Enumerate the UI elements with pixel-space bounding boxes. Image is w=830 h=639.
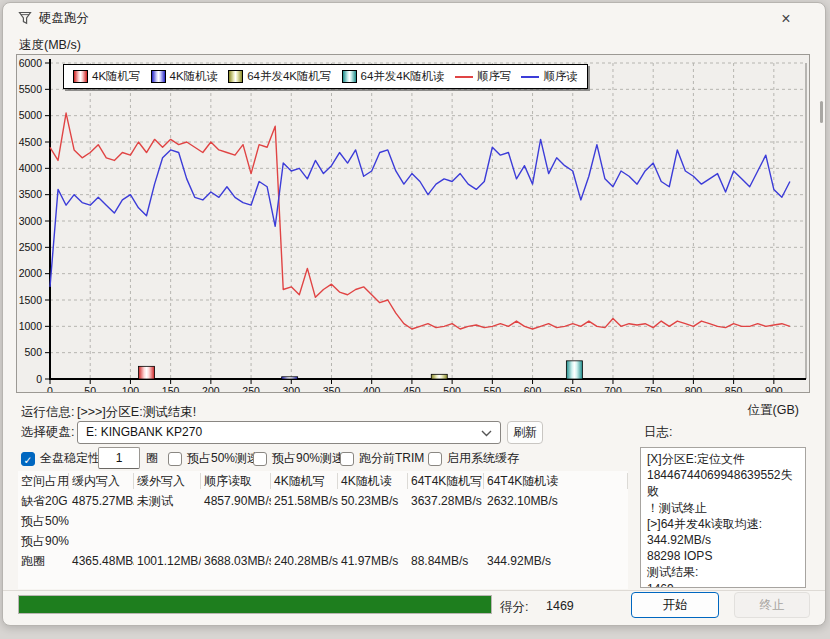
x-tick-label: 850 (725, 385, 743, 392)
legend-label: 4K随机读 (170, 69, 219, 84)
bar-4K随机读 (282, 377, 298, 379)
option-checkbox[interactable] (253, 452, 267, 466)
option-checkbox-label: 预占50%测速 (187, 450, 259, 467)
log-line: 测试结果: (647, 564, 799, 580)
legend-label: 64并发4K随机写 (247, 69, 331, 84)
table-cell: 1001.12MB/s (134, 554, 201, 568)
y-tick-label: 2500 (19, 241, 43, 253)
legend-item: 4K随机读 (151, 69, 219, 84)
table-header-cell: 空间占用 (18, 473, 69, 489)
x-tick-label: 800 (685, 385, 703, 392)
table-header-cell: 顺序读取 (201, 473, 271, 489)
x-tick-label: 400 (363, 385, 381, 392)
benchmark-window: 硬盘跑分 × 速度(MB/s) 050100150200250300350400… (2, 2, 826, 626)
log-scrollbar-thumb[interactable] (820, 101, 823, 123)
x-tick-label: 600 (524, 385, 542, 392)
x-tick-label: 650 (564, 385, 582, 392)
x-tick-label: 350 (323, 385, 341, 392)
stop-button[interactable]: 终止 (734, 592, 810, 618)
y-tick-label: 5000 (19, 109, 43, 121)
log-label: 日志: (644, 424, 672, 441)
table-header-cell: 4K随机读 (338, 473, 408, 489)
y-tick-label: 3000 (19, 215, 43, 227)
bar-64并发4K随机读 (566, 361, 582, 379)
x-tick-label: 750 (644, 385, 662, 392)
y-tick-label: 4000 (19, 162, 43, 174)
line-顺序读 (50, 139, 790, 286)
table-cell: 预占90% (18, 533, 69, 550)
x-tick-label: 200 (202, 385, 220, 392)
legend-item: 顺序写 (455, 69, 512, 84)
option-checkbox-item[interactable]: 预占90%测速 (253, 450, 344, 467)
legend-item: 64并发4K随机读 (342, 69, 445, 84)
table-cell: 预占50% (18, 513, 69, 530)
log-line: 344.92MB/s (647, 532, 799, 548)
x-tick-label: 100 (122, 385, 140, 392)
stability-checkbox[interactable]: ✓ (21, 452, 35, 466)
log-line: ！测试终止 (647, 500, 799, 516)
benchmark-chart: 0501001502002503003504004505005506006507… (17, 55, 809, 392)
refresh-button[interactable]: 刷新 (507, 421, 543, 444)
loops-unit-label: 圈 (146, 450, 158, 467)
table-row: 跑圈4365.48MB/s1001.12MB/s3688.03MB/s240.2… (18, 551, 628, 571)
legend-swatch (151, 70, 166, 83)
legend-label: 顺序写 (477, 69, 512, 84)
table-cell: 跑圈 (18, 553, 69, 570)
table-cell: 251.58MB/s (271, 494, 338, 508)
funnel-icon (18, 11, 32, 25)
table-row: 预占50% (18, 511, 628, 531)
option-checkbox[interactable] (428, 452, 442, 466)
disk-select-dropdown[interactable]: E: KINGBANK KP270 (77, 421, 501, 444)
x-tick-label: 250 (242, 385, 260, 392)
score-label: 得分: (500, 599, 528, 616)
option-checkbox[interactable] (168, 452, 182, 466)
results-table: 空间占用缓内写入缓外写入顺序读取4K随机写4K随机读64T4K随机写64T4K随… (18, 471, 628, 589)
x-tick-label: 50 (84, 385, 96, 392)
log-line: 18446744069948639552失败 (647, 467, 799, 499)
table-cell: 未测试 (134, 493, 201, 510)
y-tick-label: 6000 (19, 57, 43, 69)
table-row: 缺省20G4875.27MB/s未测试4857.90MB/s251.58MB/s… (18, 491, 628, 511)
start-button[interactable]: 开始 (631, 592, 719, 618)
legend-label: 4K随机写 (92, 69, 141, 84)
legend-swatch (228, 70, 243, 83)
table-cell: 4857.90MB/s (201, 494, 271, 508)
run-info-value: [>>>]分区E:测试结束! (77, 404, 196, 421)
y-tick-label: 4500 (19, 136, 43, 148)
table-header-row: 空间占用缓内写入缓外写入顺序读取4K随机写4K随机读64T4K随机写64T4K随… (18, 471, 628, 491)
option-checkbox-item[interactable]: 跑分前TRIM (340, 450, 424, 467)
table-header-cell: 4K随机写 (271, 473, 338, 489)
y-tick-label: 2000 (19, 267, 43, 279)
table-cell: 240.28MB/s (271, 554, 338, 568)
run-info-label: 运行信息: (21, 404, 74, 421)
option-checkbox[interactable] (340, 452, 354, 466)
x-tick-label: 300 (283, 385, 301, 392)
legend-item: 64并发4K随机写 (228, 69, 331, 84)
legend-swatch (521, 76, 539, 78)
legend-swatch (455, 76, 473, 78)
x-tick-label: 450 (403, 385, 421, 392)
y-axis-title: 速度(MB/s) (19, 37, 81, 54)
y-tick-label: 1000 (19, 320, 43, 332)
legend-swatch (73, 70, 88, 83)
table-cell: 2632.10MB/s (484, 494, 628, 508)
disk-select-value: E: KINGBANK KP270 (86, 425, 202, 439)
y-tick-label: 5500 (19, 83, 43, 95)
table-cell: 缺省20G (18, 493, 69, 510)
option-checkbox-item[interactable]: 预占50%测速 (168, 450, 259, 467)
option-checkbox-item[interactable]: 启用系统缓存 (428, 450, 519, 467)
x-axis-title: 位置(GB) (748, 402, 799, 419)
y-tick-label: 1500 (19, 294, 43, 306)
x-tick-label: 700 (604, 385, 622, 392)
table-cell: 88.84MB/s (408, 554, 484, 568)
table-row: 预占90% (18, 531, 628, 551)
table-cell: 3688.03MB/s (201, 554, 271, 568)
loops-input[interactable] (98, 447, 140, 469)
titlebar: 硬盘跑分 × (3, 3, 825, 33)
x-tick-label: 500 (443, 385, 461, 392)
close-icon[interactable]: × (775, 8, 797, 30)
table-header-cell: 缓外写入 (134, 473, 201, 489)
log-panel[interactable]: [X]分区E:定位文件18446744069948639552失败！测试终止[>… (640, 447, 806, 588)
legend-label: 64并发4K随机读 (361, 69, 445, 84)
table-cell: 4365.48MB/s (69, 554, 134, 568)
